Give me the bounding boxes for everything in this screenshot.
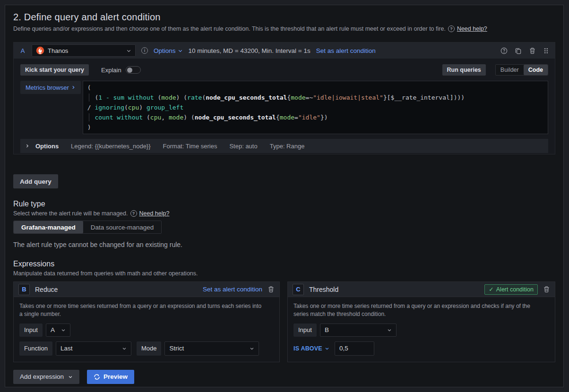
threshold-card-header: C Threshold ✓ Alert condition [288,282,555,297]
code-line: / ignoring(cpu) group_left [87,102,548,112]
chevron-down-icon [178,48,183,53]
preview-button[interactable]: Preview [87,370,134,384]
threshold-value-input[interactable] [335,341,374,356]
query-options-toggle[interactable]: Options [154,47,183,54]
set-as-alert-condition-link[interactable]: Set as alert condition [316,47,376,54]
expression-cards: B Reduce Set as alert condition Takes on… [13,281,555,362]
delete-threshold-icon[interactable] [543,286,550,293]
query-actions [500,47,549,54]
reduce-input-label: Input [19,324,43,337]
rule-type-title: Rule type [13,200,555,208]
threshold-condition-select[interactable]: IS ABOVE [293,345,329,352]
threshold-input-select[interactable]: B [320,324,397,337]
rule-type-radio-group: Grafana-managed Data source-managed [13,221,162,234]
reduce-function-label: Function [19,341,52,356]
chevron-down-icon [325,346,329,351]
delete-query-icon[interactable] [529,47,536,54]
query-toolbar-right: Run queries Builder Code [442,64,548,76]
reduce-mode-label: Mode [137,341,162,356]
query-options-collapse-row[interactable]: Options Legend: {{kubernetes_node}} Form… [20,139,548,153]
delete-reduce-icon[interactable] [267,286,275,293]
alert-condition-badge: ✓ Alert condition [484,284,538,295]
check-icon: ✓ [489,286,493,293]
reduce-function-select[interactable]: Last [56,341,131,356]
chevron-down-icon [250,346,254,351]
code-line: ) [87,122,548,132]
query-ref-id: A [19,47,26,54]
format-option: Format: Time series [163,143,217,150]
chevron-right-icon [71,85,76,90]
query-help-icon[interactable] [500,47,508,54]
reduce-set-alert-condition-link[interactable]: Set as alert condition [203,286,262,293]
page-description-text: Define queries and/or expressions and th… [13,26,446,32]
reduce-header-actions: Set as alert condition [203,286,275,293]
threshold-condition-row: IS ABOVE [293,341,549,356]
question-circle-icon: ? [448,26,455,32]
duplicate-query-icon[interactable] [515,47,522,54]
drag-handle-icon[interactable] [543,47,549,54]
add-expression-button[interactable]: Add expression [13,370,79,384]
question-circle-icon: ? [130,210,137,217]
builder-mode-option[interactable]: Builder [496,65,524,75]
datasource-picker[interactable]: Thanos [32,44,136,57]
code-line: ( [87,83,548,93]
thanos-datasource-icon [36,46,44,55]
rule-type-note: The alert rule type cannot be changed fo… [13,241,555,248]
threshold-description: Takes one or more time series returned f… [293,302,539,319]
threshold-expression-card: C Threshold ✓ Alert condition Takes one … [287,281,555,362]
editor-mode-switch: Builder Code [495,64,548,76]
metrics-browser-button[interactable]: Metrics browser [20,81,81,94]
chevron-right-icon [25,144,30,148]
query-time-settings: 10 minutes, MD = 43200, Min. Interval = … [189,47,310,54]
expressions-subtitle: Manipulate data returned from queries wi… [13,270,555,277]
expressions-section: Expressions Manipulate data returned fro… [13,260,555,362]
query-header: A Thanos i Options 10 minutes, MD = 4320… [14,43,555,59]
threshold-card-body: Takes one or more time series returned f… [288,297,555,362]
footer-actions: Add expression Preview [13,370,555,384]
run-queries-button[interactable]: Run queries [442,64,486,76]
code-line: (1 - sum without (mode) (rate(node_cpu_s… [87,93,548,102]
explain-toggle[interactable] [126,66,141,74]
reduce-description: Takes one or more time series returned f… [19,302,265,319]
query-toolbar: Kick start your query Explain Run querie… [20,64,548,76]
reduce-expression-card: B Reduce Set as alert condition Takes on… [13,281,280,362]
chevron-down-icon [387,328,392,332]
rule-type-option-grafana-managed[interactable]: Grafana-managed [14,221,83,233]
indent-guide [89,94,89,102]
query-editor-body: Kick start your query Explain Run querie… [14,59,555,154]
page-title: 2. Define query and alert condition [13,12,555,23]
rule-type-subtitle: Select where the alert rule will be mana… [13,210,555,217]
chevron-down-icon [61,328,66,332]
reduce-card-header: B Reduce Set as alert condition [14,282,279,297]
options-collapse-toggle[interactable]: Options [25,143,59,150]
reduce-input-select[interactable]: A [46,324,70,337]
page-description: Define queries and/or expressions and th… [13,26,555,32]
need-help-link[interactable]: Need help? [457,26,487,32]
threshold-header-actions: ✓ Alert condition [484,284,550,295]
legend-option: Legend: {{kubernetes_node}} [71,143,150,150]
datasource-name: Thanos [48,47,123,54]
indent-guide [89,113,89,121]
info-circle-icon: i [141,47,148,54]
code-line: count without (cpu, mode) (node_cpu_seco… [87,112,548,122]
reduce-card-title: Reduce [35,286,58,293]
threshold-card-title: Threshold [309,286,338,293]
kick-start-query-button[interactable]: Kick start your query [20,64,89,76]
rule-type-need-help-link[interactable]: Need help? [139,210,170,217]
promql-code-editor[interactable]: ( (1 - sum without (mode) (rate(node_cpu… [83,81,548,134]
expressions-title: Expressions [13,260,555,268]
rule-type-section: Rule type Select where the alert rule wi… [13,200,555,248]
rule-type-option-datasource-managed[interactable]: Data source-managed [83,221,162,233]
code-mode-option[interactable]: Code [524,65,548,75]
step-option: Step: auto [229,143,257,150]
reduce-ref-id-badge: B [18,284,30,295]
define-query-step-panel: 2. Define query and alert condition Defi… [5,5,564,387]
toggle-knob [127,68,132,73]
reduce-mode-select[interactable]: Strict [164,341,259,356]
explain-label: Explain [101,67,121,74]
add-query-button[interactable]: Add query [13,174,58,188]
chevron-down-icon [122,346,127,351]
query-editor-row: A Thanos i Options 10 minutes, MD = 4320… [13,42,555,154]
reduce-card-body: Takes one or more time series returned f… [14,297,279,362]
threshold-ref-id-badge: C [293,284,304,295]
